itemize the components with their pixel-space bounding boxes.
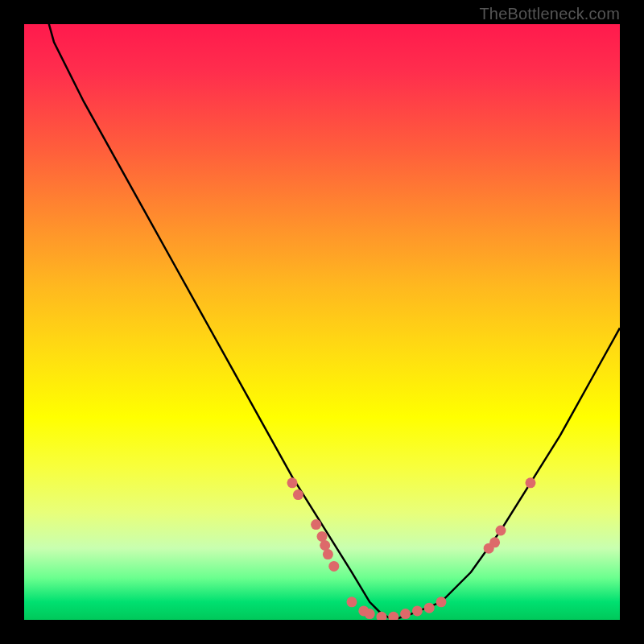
data-marker [412,605,423,616]
data-marker [526,477,536,488]
data-marker [317,531,328,542]
data-marker [293,489,303,500]
data-marker [424,603,435,613]
plot-area [24,24,620,620]
data-marker [328,561,339,572]
data-marker [436,597,447,607]
data-marker [400,609,411,619]
data-marker [323,549,333,559]
data-marker [377,612,387,620]
data-marker [320,540,330,551]
data-markers [287,477,536,620]
data-marker [347,597,357,607]
data-marker [496,526,506,536]
chart-svg [24,24,620,620]
data-marker [311,519,321,530]
chart-container: TheBottleneck.com [0,0,644,644]
bottleneck-curve-path [24,24,620,620]
data-marker [388,612,398,620]
curve-line [24,24,620,620]
data-marker [365,609,375,619]
data-marker [489,537,500,547]
watermark-text: TheBottleneck.com [479,5,620,23]
data-marker [287,477,298,488]
